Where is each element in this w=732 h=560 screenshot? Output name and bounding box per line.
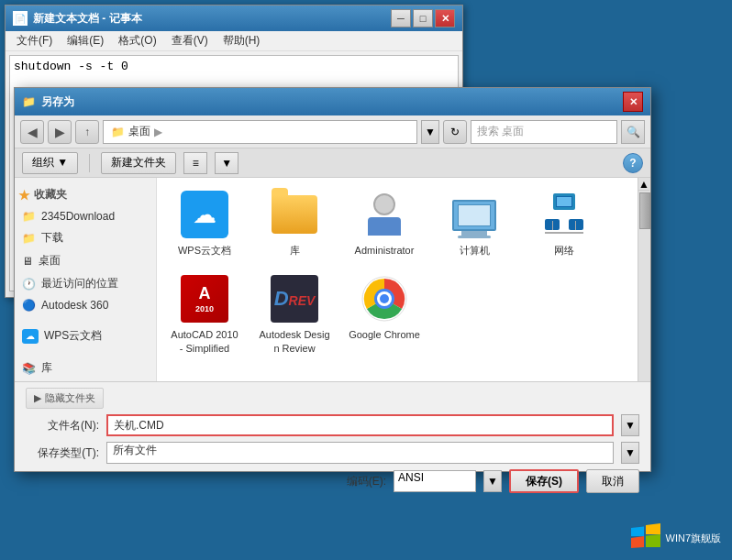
windows-logo xyxy=(631,523,660,553)
separator xyxy=(89,154,90,172)
win7-label: WIN7旗舰版 xyxy=(666,532,722,545)
admin-icon-lg xyxy=(359,189,410,240)
star-icon: ★ xyxy=(18,188,30,203)
new-folder-button[interactable]: 新建文件夹 xyxy=(101,152,176,174)
encoding-label: 编码(E): xyxy=(347,474,386,489)
menu-format[interactable]: 格式(O) xyxy=(111,31,163,50)
refresh-button[interactable]: ↻ xyxy=(443,120,467,144)
file-item-network[interactable]: 网络 xyxy=(524,185,604,260)
dialog-titlebar: 📁 另存为 ✕ xyxy=(15,88,650,115)
menu-view[interactable]: 查看(V) xyxy=(164,31,216,50)
computer-icon-lg xyxy=(449,189,500,240)
sidebar-item-desktop[interactable]: 🖥 桌面 xyxy=(15,249,156,272)
notepad-title: 新建文本文档 - 记事本 xyxy=(33,11,142,27)
file-label-autodesk: Autodesk Design Review xyxy=(258,328,331,355)
dialog-close-button[interactable]: ✕ xyxy=(623,92,643,112)
filetype-label: 保存类型(T): xyxy=(26,445,99,461)
triangle-icon: ▶ xyxy=(34,392,41,404)
sidebar-item-2345download[interactable]: 📁 2345Download xyxy=(15,206,156,226)
filetype-dropdown[interactable]: ▼ xyxy=(621,442,639,464)
hidden-folder-button[interactable]: ▶ 隐藏文件夹 xyxy=(26,388,104,409)
scroll-up-button[interactable]: ▲ xyxy=(638,178,649,191)
file-item-autodesk[interactable]: DREV Autodesk Design Review xyxy=(254,269,335,358)
folder-icon-download: 📁 xyxy=(22,232,36,245)
path-location: 桌面 xyxy=(128,124,150,139)
window-controls: ─ □ ✕ xyxy=(391,9,455,27)
dialog-footer: ▶ 隐藏文件夹 文件名(N): ▼ 保存类型(T): 所有文件 ▼ 编码(E):… xyxy=(15,381,650,471)
file-item-computer[interactable]: 计算机 xyxy=(434,185,515,260)
sidebar-item-download[interactable]: 📁 下载 xyxy=(15,226,156,249)
file-item-library[interactable]: 库 xyxy=(254,185,335,260)
library-icon: 📚 xyxy=(22,362,36,375)
sidebar-item-wps[interactable]: ☁ WPS云文档 xyxy=(15,324,156,347)
menu-edit[interactable]: 编辑(E) xyxy=(60,31,111,50)
library-icon-lg xyxy=(269,189,320,240)
filename-input[interactable] xyxy=(106,414,614,436)
footer-actions-row: 编码(E): ANSI ▼ 保存(S) 取消 xyxy=(26,469,639,493)
search-placeholder-text: 搜索 桌面 xyxy=(477,124,524,139)
organize-button[interactable]: 组织 ▼ xyxy=(22,152,78,174)
svg-point-4 xyxy=(380,294,389,303)
file-item-wps-cloud[interactable]: ☁ WPS云文档 xyxy=(164,185,245,260)
saveas-dialog: 📁 另存为 ✕ ◀ ▶ ↑ 📁 桌面 ▶ ▼ ↻ 搜索 桌面 🔍 组 xyxy=(14,87,651,472)
search-icon[interactable]: 🔍 xyxy=(621,120,645,144)
filename-label: 文件名(N): xyxy=(26,418,99,434)
up-button[interactable]: ↑ xyxy=(75,120,99,144)
network-icon-lg xyxy=(538,189,590,240)
autodesk-dr-icon-lg: DREV xyxy=(269,273,320,324)
dialog-toolbar: ◀ ▶ ↑ 📁 桌面 ▶ ▼ ↻ 搜索 桌面 🔍 xyxy=(15,115,650,148)
filename-dropdown[interactable]: ▼ xyxy=(621,414,639,436)
file-label-computer: 计算机 xyxy=(460,244,490,257)
cancel-button[interactable]: 取消 xyxy=(586,469,639,493)
dialog-actions-bar: 组织 ▼ 新建文件夹 ≡ ▼ ? xyxy=(15,148,650,178)
folder-icon-2345: 📁 xyxy=(22,210,36,223)
autodesk-icon-sm: 🔵 xyxy=(22,299,36,312)
close-button[interactable]: ✕ xyxy=(435,9,455,27)
filetype-row: 保存类型(T): 所有文件 ▼ xyxy=(26,442,639,464)
win7-watermark: WIN7旗舰版 xyxy=(631,523,722,553)
maximize-button[interactable]: □ xyxy=(413,9,433,27)
file-label-chrome: Google Chrome xyxy=(349,328,420,341)
back-button[interactable]: ◀ xyxy=(20,120,44,144)
view-dropdown-button[interactable]: ▼ xyxy=(215,152,238,174)
scroll-thumb[interactable] xyxy=(639,192,650,229)
wps-section: ☁ WPS云文档 xyxy=(15,324,156,347)
help-button[interactable]: ? xyxy=(623,153,643,173)
filetype-select[interactable]: 所有文件 xyxy=(106,442,614,464)
encoding-select[interactable]: ANSI xyxy=(394,470,476,492)
file-label-network: 网络 xyxy=(554,244,574,257)
search-bar[interactable]: 搜索 桌面 xyxy=(471,120,617,144)
file-item-administrator[interactable]: Administrator xyxy=(344,185,425,260)
notepad-titlebar: 📄 新建文本文档 - 记事本 ─ □ ✕ xyxy=(6,5,462,31)
file-label-admin: Administrator xyxy=(355,244,415,257)
sidebar-item-library[interactable]: 📚 库 xyxy=(15,357,156,379)
autocad-icon-lg: A 2010 xyxy=(179,273,230,324)
wps-cloud-icon-sm: ☁ xyxy=(22,329,39,344)
sidebar-item-autodesk360[interactable]: 🔵 Autodesk 360 xyxy=(15,295,156,315)
sidebar-item-recent[interactable]: 🕐 最近访问的位置 xyxy=(15,272,156,295)
menu-help[interactable]: 帮助(H) xyxy=(216,31,268,50)
address-bar[interactable]: 📁 桌面 ▶ xyxy=(103,120,417,144)
clock-icon: 🕐 xyxy=(22,278,36,291)
favorites-section: ★ 收藏夹 📁 2345Download 📁 下载 🖥 桌面 🕐 最 xyxy=(15,183,156,315)
wps-cloud-icon-lg: ☁ xyxy=(179,189,230,240)
file-item-chrome[interactable]: Google Chrome xyxy=(344,269,425,345)
forward-button[interactable]: ▶ xyxy=(48,120,72,144)
notepad-app-icon: 📄 xyxy=(13,11,28,26)
view-toggle-button[interactable]: ≡ xyxy=(183,152,207,174)
file-label-autocad: AutoCAD 2010 - Simplified xyxy=(168,328,241,355)
dialog-folder-icon: 📁 xyxy=(22,95,36,108)
minimize-button[interactable]: ─ xyxy=(391,9,411,27)
menu-file[interactable]: 文件(F) xyxy=(9,31,60,50)
encoding-dropdown[interactable]: ▼ xyxy=(483,470,502,492)
chrome-icon-lg xyxy=(359,273,410,324)
folder-icon-desktop: 🖥 xyxy=(22,255,33,268)
folder-icon-address: 📁 xyxy=(111,126,125,138)
dialog-title: 另存为 xyxy=(41,94,74,110)
file-item-autocad[interactable]: A 2010 AutoCAD 2010 - Simplified xyxy=(164,269,245,358)
favorites-header: ★ 收藏夹 xyxy=(15,183,156,206)
notepad-menubar: 文件(F) 编辑(E) 格式(O) 查看(V) 帮助(H) xyxy=(6,31,462,51)
path-dropdown[interactable]: ▼ xyxy=(421,120,439,144)
file-label-library: 库 xyxy=(290,244,300,257)
save-button[interactable]: 保存(S) xyxy=(509,469,579,493)
